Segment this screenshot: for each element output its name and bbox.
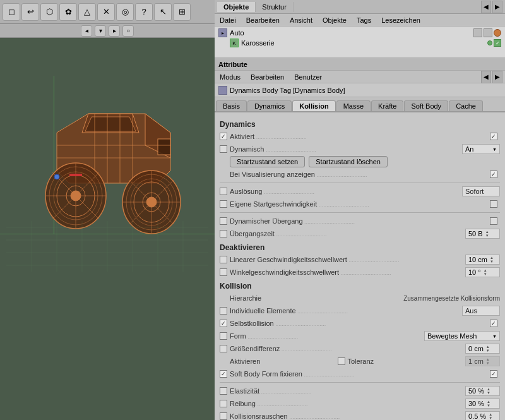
attr-nav-left[interactable]: ◀ <box>481 71 491 83</box>
obj-item-karosserie[interactable]: K Karosserie ✓ <box>217 38 502 48</box>
toolbar-shape-icon[interactable]: △ <box>78 3 96 21</box>
kollisionsrauschen-row: Kollisionsrauschen 0.5 % ▲▼ <box>220 411 500 420</box>
toleranz-spinner[interactable]: 1 cm ▲▼ <box>465 356 500 366</box>
toolbar-circle-icon[interactable]: ◎ <box>116 3 134 21</box>
svg-rect-0 <box>158 139 170 155</box>
form-checkbox[interactable] <box>220 332 227 340</box>
attr-menu-bearbeiten[interactable]: Bearbeiten <box>248 73 287 81</box>
toolbar-help-icon[interactable]: ? <box>135 3 153 21</box>
attr-menu-benutzer[interactable]: Benutzer <box>292 73 324 81</box>
elastizitaet-row: Elastizität 50 % ▲▼ <box>220 385 500 397</box>
obj-item-auto[interactable]: ▸ Auto <box>217 28 502 38</box>
dynamischer-check2[interactable] <box>490 217 497 225</box>
form-dropdown[interactable]: Bewegtes Mesh <box>424 331 500 341</box>
toolbar-undo-icon[interactable]: ↩ <box>21 3 39 21</box>
car-model <box>6 57 208 272</box>
eigene-check2[interactable] <box>490 200 497 208</box>
wheel-fl <box>45 163 106 229</box>
attr-menu: Modus Bearbeiten Benutzer ◀ ▶ <box>215 71 505 83</box>
selbst-check2[interactable] <box>490 320 497 327</box>
selbst-checkbox[interactable] <box>220 320 227 327</box>
selbst-row: Selbstkollision <box>220 318 500 329</box>
attr-nav-right[interactable]: ▶ <box>492 71 502 83</box>
dynamischer-checkbox[interactable] <box>220 217 227 225</box>
eigene-checkbox[interactable] <box>220 200 227 208</box>
divider3 <box>220 382 500 383</box>
menu-lesezeichen[interactable]: Lesezeichen <box>379 16 423 25</box>
softbody-check2[interactable] <box>490 370 497 378</box>
toolbar-box-icon[interactable]: ⬡ <box>40 3 58 21</box>
groessen-checkbox[interactable] <box>220 345 227 352</box>
tab-struktur[interactable]: Struktur <box>256 2 294 12</box>
toolbar-cross-icon[interactable]: ✕ <box>97 3 115 21</box>
menu-bearbeiten[interactable]: Bearbeiten <box>244 16 282 25</box>
tab-softbody[interactable]: Soft Body <box>404 100 448 111</box>
panel-nav-left[interactable]: ◀ <box>481 1 491 13</box>
winkel-spinner[interactable]: 10 ° ▲▼ <box>465 267 500 277</box>
karosserie-bullet <box>487 40 492 45</box>
dynamisch-dropdown[interactable]: An <box>462 144 500 154</box>
linearer-row: Linearer Geschwindigkeitsschwellwert 10 … <box>220 254 500 265</box>
tab-cache[interactable]: Cache <box>449 100 483 111</box>
tab-dynamics[interactable]: Dynamics <box>247 100 292 111</box>
dynamischer-label: Dynamischer Übergang <box>230 217 490 225</box>
nav-down-icon[interactable]: ▾ <box>95 25 106 37</box>
toolbar-clover-icon[interactable]: ✿ <box>59 3 77 21</box>
dynamisch-checkbox[interactable] <box>220 145 227 153</box>
kollisionsrauschen-spinner[interactable]: 0.5 % ▲▼ <box>465 411 500 420</box>
individuelle-checkbox[interactable] <box>220 307 227 315</box>
ausloesung-label: Auslösung <box>230 188 462 195</box>
toolbar-cube-icon[interactable]: ◻ <box>3 3 20 21</box>
selbst-label: Selbstkollision <box>230 320 490 327</box>
menu-ansicht[interactable]: Ansicht <box>287 16 315 25</box>
nav-right-icon[interactable]: ▸ <box>109 25 120 37</box>
obj-karosserie-icons: ✓ <box>487 39 501 47</box>
nav-reset-icon[interactable]: ○ <box>122 25 134 37</box>
menu-datei[interactable]: Datei <box>217 16 239 25</box>
menu-tags[interactable]: Tags <box>354 16 374 25</box>
startzustand-btn[interactable]: Startzustand setzen <box>230 156 305 167</box>
ausloesung-checkbox[interactable] <box>220 188 227 195</box>
panel-nav-right[interactable]: ▶ <box>492 1 502 13</box>
elastizitaet-spinner[interactable]: 50 % ▲▼ <box>465 386 500 396</box>
reibung-row: Reibung 30 % ▲▼ <box>220 398 500 409</box>
reibung-spinner[interactable]: 30 % ▲▼ <box>465 399 500 409</box>
eigene-label: Eigene Startgeschwindigkeit <box>230 200 490 208</box>
aktiviert-checkbox[interactable] <box>220 133 227 140</box>
toolbar-grid-icon[interactable]: ⊞ <box>173 3 191 21</box>
loeschen-btn[interactable]: Startzustand löschen <box>309 156 388 167</box>
tab-masse[interactable]: Masse <box>336 100 371 111</box>
obj-dot2-icon <box>484 28 492 37</box>
linearer-checkbox[interactable] <box>220 256 227 263</box>
visualisierung-checkbox[interactable] <box>490 171 497 178</box>
aktivieren-checkbox[interactable] <box>338 357 345 365</box>
elastizitaet-checkbox[interactable] <box>220 387 227 395</box>
aktivieren-label: Aktivieren <box>230 357 335 365</box>
kollisionsrauschen-checkbox[interactable] <box>220 412 227 420</box>
tab-kollision[interactable]: Kollision <box>292 100 335 111</box>
kollision-header: Kollision <box>220 282 500 291</box>
tab-objekte[interactable]: Objekte <box>217 2 256 12</box>
aktiviert-check2[interactable] <box>490 133 497 140</box>
dynamics-tag-icon <box>218 86 227 95</box>
viewport: ◻ ↩ ⬡ ✿ △ ✕ ◎ ? ↖ ⊞ ◂ ▾ ▸ ○ <box>0 0 215 420</box>
toolbar-cursor-icon[interactable]: ↖ <box>154 3 172 21</box>
reibung-label: Reibung <box>230 400 465 407</box>
linearer-spinner[interactable]: 10 cm ▲▼ <box>465 255 500 265</box>
softbody-row: Soft Body Form fixieren <box>220 368 500 380</box>
reibung-checkbox[interactable] <box>220 400 227 407</box>
uebergangszeit-checkbox[interactable] <box>220 230 227 237</box>
tab-kraefte[interactable]: Kräfte <box>371 100 403 111</box>
groessen-spinner[interactable]: 0 cm ▲▼ <box>465 344 500 354</box>
attr-menu-modus[interactable]: Modus <box>217 73 243 81</box>
dynamics-title: Dynamics Body Tag [Dynamics Body] <box>215 83 505 97</box>
scene-3d[interactable] <box>0 38 215 420</box>
tab-basis[interactable]: Basis <box>216 100 247 111</box>
menu-objekte[interactable]: Objekte <box>320 16 349 25</box>
uebergangszeit-spinner[interactable]: 50 B ▲▼ <box>465 229 500 239</box>
main-tabs: Basis Dynamics Kollision Masse Kräfte So… <box>215 97 505 112</box>
winkel-checkbox[interactable] <box>220 268 227 276</box>
aktivieren-row: Aktivieren Toleranz 1 cm ▲▼ <box>220 356 500 367</box>
softbody-checkbox[interactable] <box>220 370 227 378</box>
nav-left-icon[interactable]: ◂ <box>81 25 92 37</box>
